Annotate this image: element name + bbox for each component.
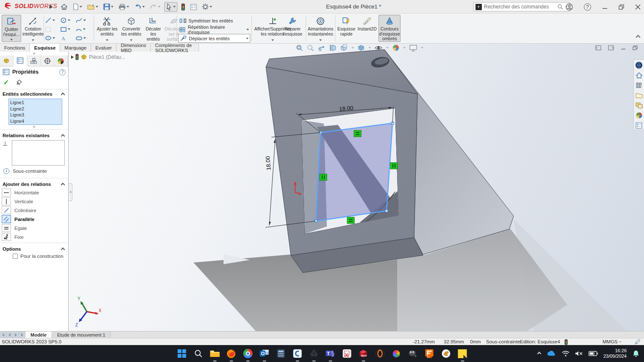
list-item[interactable]: Ligne2: [10, 106, 61, 112]
sticky-notes-app[interactable]: [457, 348, 468, 359]
display-delete-relations-dropdown[interactable]: [271, 39, 274, 41]
relation-fix-button[interactable]: Fixe: [0, 232, 68, 241]
list-item[interactable]: Ligne4: [10, 118, 61, 124]
doc-restore-icon[interactable]: [633, 45, 638, 50]
existing-relations-header[interactable]: Relations existantes: [0, 131, 68, 139]
panel-help-icon[interactable]: ?: [59, 69, 66, 75]
tab-marquage[interactable]: Marquage: [60, 44, 91, 52]
relation-horizontal-button[interactable]: Horizontale: [0, 188, 68, 197]
text-tool[interactable]: A: [60, 34, 75, 42]
sw-resources-tab[interactable]: [635, 61, 644, 69]
dimension-vertical-value[interactable]: 18.00: [265, 156, 272, 171]
pin-icon[interactable]: [16, 79, 22, 86]
taskbar-search[interactable]: [193, 348, 204, 359]
smart-dimension-dropdown[interactable]: [32, 39, 34, 41]
open-button[interactable]: [86, 3, 100, 11]
relation-badge-equal-top[interactable]: [354, 130, 361, 137]
exit-sketch-dropdown[interactable]: [10, 39, 13, 41]
relation-parallel-button[interactable]: Parallèle: [0, 215, 68, 224]
tab-scroll-left[interactable]: [6, 332, 13, 338]
firefox-app[interactable]: [226, 348, 237, 359]
wifi-icon[interactable]: [562, 351, 569, 356]
command-search[interactable]: ‣: [473, 2, 570, 11]
selected-entities-header[interactable]: Entités sélectionnées: [0, 89, 68, 98]
undo-button[interactable]: [133, 3, 146, 11]
tab-fonctions[interactable]: Fonctions: [0, 44, 30, 52]
options-list-button[interactable]: [189, 3, 198, 11]
close-icon[interactable]: [635, 4, 641, 10]
convert-entities-button[interactable]: Convertir les entités: [119, 15, 143, 42]
display-manager-tab[interactable]: [54, 55, 68, 66]
doc-minimize-icon[interactable]: [621, 45, 626, 50]
taskbar-clock[interactable]: 16:26 23/09/2024: [603, 348, 627, 359]
ellipse-tool[interactable]: [45, 34, 60, 42]
tray-expand-icon[interactable]: [537, 351, 541, 356]
design-library-tab[interactable]: [635, 81, 644, 89]
sketch-vertex-handle[interactable]: [385, 210, 388, 212]
tab-scroll-right[interactable]: [13, 332, 19, 338]
appearances-dropdown[interactable]: [403, 47, 406, 49]
battery-icon[interactable]: [589, 351, 598, 356]
repair-sketch-button[interactable]: Réparer l'esquisse: [280, 15, 305, 42]
rapid-sketch-button[interactable]: Esquisse rapide: [336, 15, 357, 42]
feature-manager-tab[interactable]: [0, 55, 14, 66]
line-tool[interactable]: [45, 16, 60, 25]
volume-muted-icon[interactable]: [575, 351, 583, 356]
slot-tool[interactable]: [75, 34, 91, 42]
convert-entities-dropdown[interactable]: [130, 39, 133, 41]
tab-complements[interactable]: Compléments de SOLIDWORKS: [151, 44, 199, 52]
tab-scroll-last[interactable]: [19, 332, 25, 338]
status-traffic-light-icon[interactable]: [564, 339, 568, 345]
collapse-icon[interactable]: [61, 183, 65, 187]
search-input[interactable]: [484, 4, 555, 10]
panel-grip[interactable]: [33, 53, 35, 55]
snipping-tool-app[interactable]: [341, 348, 352, 359]
collapse-icon[interactable]: [61, 134, 65, 138]
construction-checkbox[interactable]: [13, 254, 18, 259]
options-header[interactable]: Options: [0, 244, 68, 253]
offset-entities-button[interactable]: Décaler les entités: [144, 15, 163, 42]
collapse-icon[interactable]: [61, 248, 65, 252]
opera-app[interactable]: [374, 348, 385, 359]
split-pane-left-icon[interactable]: [595, 45, 601, 50]
shaded-sketch-contours-button[interactable]: Contours d'esquisse ombrés: [379, 15, 401, 42]
instant2d-button[interactable]: Instant2D: [357, 15, 377, 42]
split-pane-right-icon[interactable]: [608, 45, 614, 50]
configuration-manager-tab[interactable]: [27, 55, 41, 66]
onedrive-icon[interactable]: [546, 350, 556, 357]
search-icon[interactable]: [557, 4, 563, 10]
tab-scroll-first[interactable]: [0, 332, 6, 338]
dimxpert-tab[interactable]: [41, 55, 54, 66]
trim-entities-dropdown[interactable]: [106, 39, 108, 41]
rectangle-tool[interactable]: [60, 25, 75, 33]
add-relations-header[interactable]: Ajouter des relations: [0, 180, 68, 188]
tree-item-label[interactable]: Pièce1 (Défau...: [89, 54, 125, 60]
solidworks-app[interactable]: 2023: [358, 348, 369, 359]
calculator-app[interactable]: [275, 348, 286, 359]
hide-show-dropdown[interactable]: [386, 47, 389, 49]
ribbon-collapse-button[interactable]: [636, 36, 640, 39]
tab-evaluer[interactable]: Evaluer: [91, 44, 116, 52]
file-explorer-tab[interactable]: [635, 91, 644, 99]
selected-entities-list[interactable]: Ligne1 Ligne2 Ligne3 Ligne4: [8, 99, 62, 125]
units-selector[interactable]: MMGS: [603, 339, 618, 344]
redo-button[interactable]: [149, 3, 162, 11]
linear-pattern-dropdown[interactable]: [246, 29, 249, 30]
arc-tool[interactable]: [75, 25, 91, 33]
motion-study-tab[interactable]: Etude de mouvement 1: [52, 332, 111, 338]
relation-vertical-button[interactable]: Verticale: [0, 197, 68, 206]
spline-tool[interactable]: [75, 16, 91, 25]
scene-settings-dropdown[interactable]: [421, 47, 423, 49]
restore-icon[interactable]: [619, 4, 624, 10]
view-palette-tab[interactable]: [635, 101, 644, 110]
flyout-feature-tree[interactable]: Pièce1 (Défau...: [71, 54, 125, 60]
list-resize-grip[interactable]: [33, 126, 35, 128]
account-icon[interactable]: [566, 3, 573, 11]
fusion-app[interactable]: FUS: [424, 348, 435, 359]
relation-badge-parallel-right[interactable]: [390, 163, 398, 169]
home-button[interactable]: [59, 3, 69, 11]
list-item[interactable]: Ligne3: [10, 112, 61, 118]
edit-pencil-icon[interactable]: [634, 339, 641, 345]
zoom-area-icon[interactable]: [307, 44, 314, 52]
chrome-app[interactable]: [242, 348, 253, 359]
